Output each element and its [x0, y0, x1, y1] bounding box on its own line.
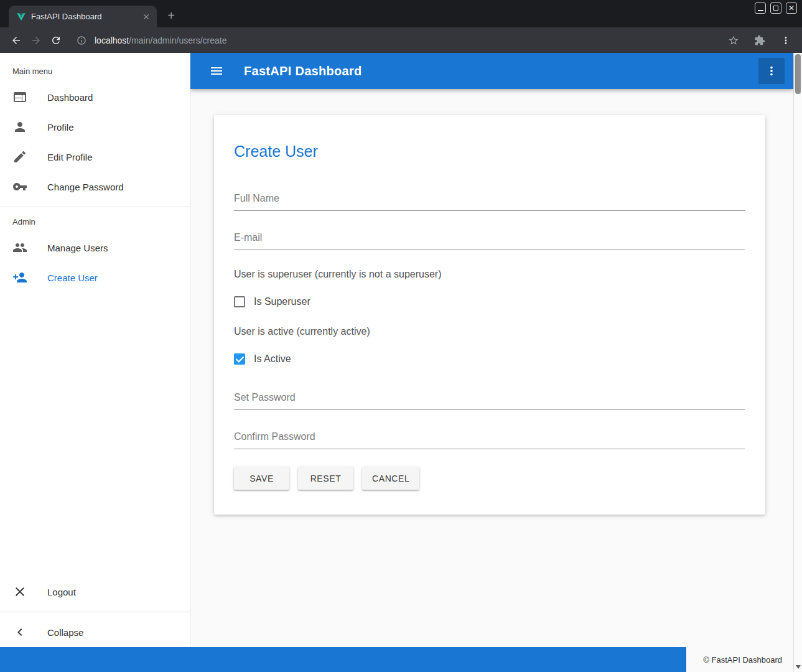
scrollbar-down-arrow-icon[interactable] [796, 665, 801, 669]
sidebar-item-create-user[interactable]: Create User [0, 263, 190, 292]
active-hint-text: User is active (currently active) [234, 326, 745, 337]
site-favicon-v-logo [16, 12, 26, 22]
browser-titlebar: FastAPI Dashboard + ✕ [0, 0, 802, 27]
sidebar-item-collapse[interactable]: Collapse [0, 617, 190, 647]
is-active-label: Is Active [254, 353, 291, 365]
content-scroll-area: Create User User is superuser (currently… [190, 89, 793, 647]
scrollbar-thumb[interactable] [795, 54, 801, 94]
is-superuser-row[interactable]: Is Superuser [234, 296, 745, 307]
page-root: Main menu Dashboard Profile Edit Profile [0, 53, 793, 672]
person-icon [12, 119, 27, 134]
is-active-row[interactable]: Is Active [234, 353, 745, 365]
sidebar-item-label: Profile [47, 122, 74, 133]
footer-copyright-card: © FastAPI Dashboard [686, 647, 793, 672]
appbar-kebab-icon[interactable] [758, 58, 785, 84]
sidebar-divider [0, 207, 190, 207]
sidebar-item-label: Collapse [47, 627, 83, 638]
sidebar-item-profile[interactable]: Profile [0, 112, 190, 142]
dashboard-icon [12, 90, 27, 105]
appbar-title: FastAPI Dashboard [244, 64, 362, 78]
scrollbar[interactable] [793, 53, 802, 672]
sidebar-item-label: Dashboard [47, 92, 93, 103]
copyright-text: © FastAPI Dashboard [703, 655, 782, 665]
new-tab-button[interactable]: + [163, 7, 179, 24]
save-button[interactable]: SAVE [234, 467, 289, 490]
sidebar-item-label: Logout [47, 587, 76, 597]
sidebar-item-edit-profile[interactable]: Edit Profile [0, 142, 190, 172]
address-bar[interactable]: localhost/main/admin/users/create [75, 34, 724, 47]
maximize-button[interactable] [770, 2, 781, 14]
set-password-field-wrap [234, 390, 745, 410]
pencil-icon [12, 149, 27, 164]
sidebar-item-label: Manage Users [47, 243, 108, 253]
chevron-left-icon [12, 625, 27, 640]
email-input[interactable] [234, 230, 745, 250]
browser-tab[interactable]: FastAPI Dashboard [9, 6, 157, 27]
minimize-button[interactable] [755, 2, 766, 14]
page-title: Create User [234, 142, 745, 161]
url-path: /main/admin/users/create [129, 35, 226, 45]
sidebar-item-label: Change Password [47, 182, 124, 192]
is-superuser-checkbox[interactable] [234, 296, 245, 307]
sidebar-divider [0, 612, 190, 612]
page-info-icon[interactable] [75, 34, 88, 47]
sidebar-section-main-menu: Main menu [0, 62, 190, 82]
sidebar-item-change-password[interactable]: Change Password [0, 172, 190, 202]
close-button[interactable]: ✕ [786, 2, 797, 14]
sidebar-item-manage-users[interactable]: Manage Users [0, 233, 190, 263]
sidebar: Main menu Dashboard Profile Edit Profile [0, 53, 190, 647]
sidebar-item-logout[interactable]: Logout [0, 577, 190, 607]
full-name-field-wrap [234, 190, 745, 211]
hamburger-menu-icon[interactable] [204, 58, 229, 83]
full-name-input[interactable] [234, 190, 745, 211]
page-footer: © FastAPI Dashboard [0, 647, 793, 672]
forward-icon [26, 30, 46, 50]
confirm-password-field-wrap [234, 429, 745, 449]
person-add-icon [12, 270, 27, 285]
create-user-card: Create User User is superuser (currently… [214, 115, 765, 515]
sidebar-item-dashboard[interactable]: Dashboard [0, 82, 190, 112]
sidebar-item-label: Edit Profile [47, 152, 93, 162]
url-text[interactable]: localhost/main/admin/users/create [95, 35, 226, 45]
superuser-hint-text: User is superuser (currently is not a su… [234, 269, 745, 280]
sidebar-item-label: Create User [47, 273, 98, 283]
reset-button[interactable]: RESET [298, 467, 353, 490]
is-superuser-label: Is Superuser [254, 296, 310, 307]
confirm-password-input[interactable] [234, 429, 745, 449]
main-area: FastAPI Dashboard Create User User is su… [190, 53, 793, 647]
cancel-button[interactable]: CANCEL [362, 467, 419, 490]
app-bar: FastAPI Dashboard [190, 53, 793, 89]
form-buttons-row: SAVE RESET CANCEL [234, 467, 745, 490]
browser-menu-kebab-icon[interactable] [776, 30, 796, 50]
set-password-input[interactable] [234, 390, 745, 410]
bookmark-star-icon[interactable] [724, 30, 744, 50]
email-field-wrap [234, 230, 745, 250]
browser-navbar: localhost/main/admin/users/create [0, 27, 802, 53]
is-active-checkbox[interactable] [234, 353, 245, 365]
extensions-icon[interactable] [750, 30, 770, 50]
tab-close-icon[interactable] [141, 11, 152, 22]
sidebar-section-admin: Admin [0, 212, 190, 233]
tab-title: FastAPI Dashboard [31, 12, 136, 21]
reload-icon[interactable] [46, 30, 66, 50]
back-icon[interactable] [6, 30, 26, 50]
key-icon [12, 179, 27, 194]
people-icon [12, 240, 27, 255]
url-host: localhost [95, 35, 129, 45]
close-icon [12, 584, 27, 599]
